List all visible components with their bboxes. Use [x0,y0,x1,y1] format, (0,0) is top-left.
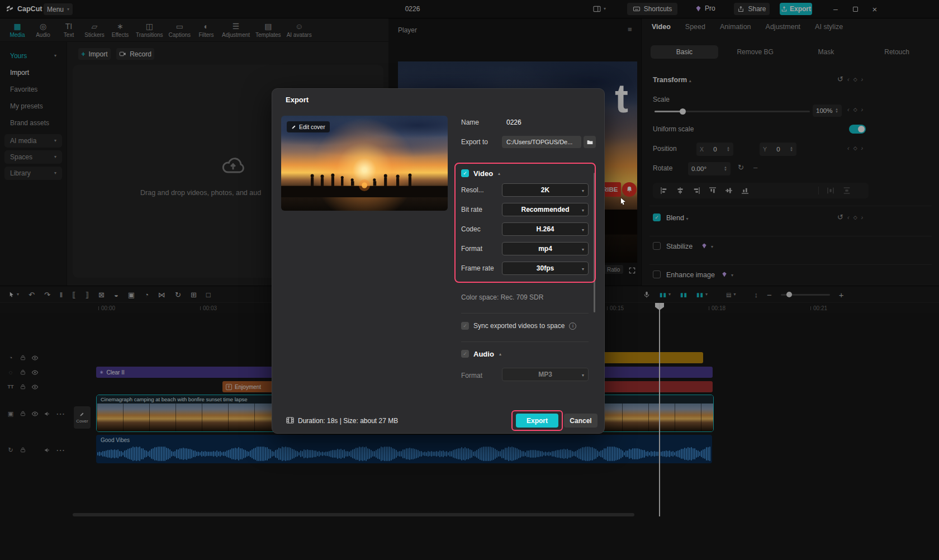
sync-checkbox[interactable] [461,322,469,330]
setting-dropdown[interactable]: H.264▾ [502,222,589,236]
edit-cover-button[interactable]: Edit cover [287,121,330,132]
edit-cover-label: Edit cover [299,124,325,130]
video-setting-row: Format mp4▾ [461,242,589,255]
export-confirm-button[interactable]: Export [516,414,558,428]
setting-dropdown[interactable]: 2K▾ [502,183,589,197]
film-icon [286,416,295,425]
video-setting-row: Codec H.264▾ [461,222,589,236]
dropdown-value: 30fps [537,264,554,272]
setting-label: Codec [461,225,502,233]
video-section-checkbox[interactable] [461,169,469,177]
setting-label: Bit rate [461,206,502,213]
name-label: Name [461,118,479,126]
setting-dropdown[interactable]: mp4▾ [502,242,589,255]
color-space-info: Color space: Rec. 709 SDR [461,293,543,301]
divider [461,341,589,342]
cover-preview[interactable]: Edit cover [281,116,448,211]
chevron-down-icon: ▾ [582,248,584,252]
export-path-field[interactable]: C:/Users/TOPGUS/De... [502,136,581,148]
sync-row: Sync exported videos to space i [461,322,576,330]
dropdown-value: mp4 [538,245,552,253]
divider [461,313,589,314]
audio-format-label: Format [461,369,482,382]
export-summary: Duration: 18s | Size: about 27 MB [298,417,398,425]
audio-section-title: Audio [473,350,494,358]
name-value[interactable]: 0226 [506,118,521,126]
mouse-cursor [618,196,628,208]
video-settings-rows: Resol... 2K▾ Bit rate Recommended▾ Codec… [461,183,589,281]
dialog-title: Export [286,96,309,104]
dropdown-value: 2K [541,186,549,194]
pencil-icon [291,124,297,130]
chevron-up-icon[interactable]: ▴ [499,352,501,357]
dropdown-value: Recommended [521,206,569,213]
export-to-label: Export to [461,138,488,146]
video-setting-row: Resol... 2K▾ [461,183,589,197]
setting-dropdown[interactable]: 30fps▾ [502,262,589,275]
video-setting-row: Bit rate Recommended▾ [461,203,589,216]
chevron-down-icon: ▾ [582,208,584,213]
browse-folder-button[interactable] [584,136,596,148]
info-icon[interactable]: i [569,322,576,330]
folder-icon [586,139,594,146]
chevron-down-icon: ▾ [582,373,584,378]
sync-label: Sync exported videos to space [473,322,565,330]
chevron-down-icon: ▾ [582,228,584,232]
setting-label: Resol... [461,186,502,194]
video-setting-row: Frame rate 30fps▾ [461,262,589,275]
capcut-window: CapCut Menu▾ 0226 ▾ Shortcuts Pro Share … [0,0,939,560]
export-dialog: Export Edit [272,88,605,434]
setting-dropdown[interactable]: Recommended▾ [502,203,589,216]
setting-label: Frame rate [461,264,502,272]
chevron-up-icon[interactable]: ▴ [498,172,500,176]
chevron-down-icon: ▾ [582,267,584,272]
setting-label: Format [461,245,502,253]
dropdown-value: MP3 [538,371,552,378]
audio-section-checkbox[interactable] [461,350,469,358]
audio-format-dropdown[interactable]: MP3▾ [502,368,589,381]
chevron-down-icon: ▾ [582,189,584,193]
dialog-scrollbar[interactable] [594,173,595,312]
dropdown-value: H.264 [536,225,554,233]
silhouette-figures [281,168,448,198]
cancel-button[interactable]: Cancel [564,414,597,428]
video-section-title: Video [473,169,493,178]
